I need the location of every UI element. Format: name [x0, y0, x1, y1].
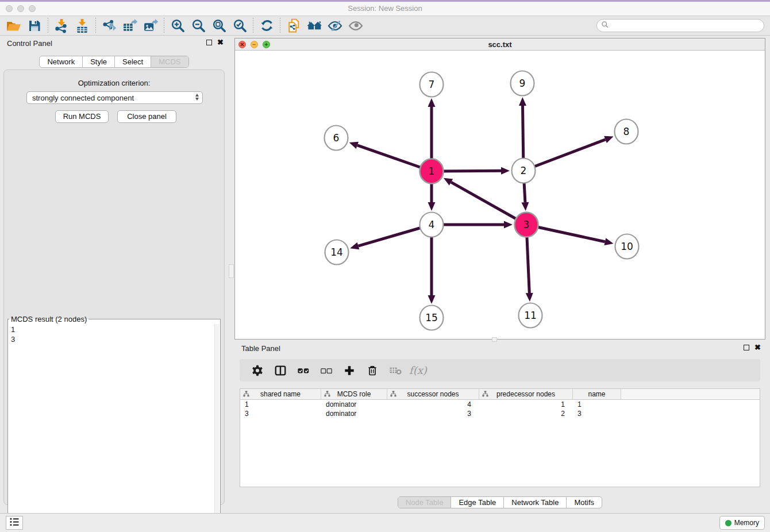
- cell[interactable]: 1: [573, 400, 621, 409]
- apply-layout-icon[interactable]: [256, 17, 277, 34]
- close-panel-button[interactable]: Close panel: [117, 110, 176, 123]
- memory-status-dot: [725, 520, 732, 526]
- cell[interactable]: dominator: [321, 409, 387, 418]
- run-mcds-button[interactable]: Run MCDS: [55, 110, 109, 123]
- import-table-icon[interactable]: [72, 17, 93, 34]
- table-panel-tabs: Node TableEdge TableNetwork TableMotifs: [234, 496, 765, 508]
- node-2[interactable]: 2: [512, 159, 536, 183]
- search-box[interactable]: [596, 19, 764, 32]
- node-11[interactable]: 11: [519, 303, 542, 328]
- export-network-icon[interactable]: [99, 17, 120, 34]
- cell[interactable]: 4: [387, 400, 479, 409]
- horizontal-splitter-grip[interactable]: [492, 337, 497, 342]
- eye-slash-icon[interactable]: [325, 17, 345, 34]
- close-table-panel-icon[interactable]: ✖: [754, 345, 761, 350]
- open-session-icon[interactable]: [3, 17, 24, 34]
- import-network-icon[interactable]: [51, 17, 72, 34]
- save-session-icon[interactable]: [24, 17, 45, 34]
- toolbar-separator: [48, 18, 48, 34]
- table-row[interactable]: 3dominator323: [240, 409, 760, 418]
- node-8[interactable]: 8: [615, 119, 638, 144]
- copy-network-icon[interactable]: [283, 17, 304, 34]
- node-9[interactable]: 9: [511, 71, 534, 96]
- svg-text:4: 4: [429, 219, 435, 230]
- delete-column-icon[interactable]: [361, 362, 383, 379]
- column-header-shared-name[interactable]: shared name: [240, 389, 321, 399]
- column-header-name[interactable]: name: [573, 389, 621, 399]
- cell[interactable]: 3: [387, 409, 479, 418]
- criterion-value: strongly connected component: [32, 94, 134, 102]
- edge-1-6[interactable]: [349, 142, 432, 171]
- node-4[interactable]: 4: [420, 213, 444, 237]
- edge-4-14[interactable]: [350, 225, 432, 249]
- float-table-panel-icon[interactable]: [744, 345, 749, 350]
- tab-node-table[interactable]: Node Table: [398, 497, 451, 508]
- zoom-in-icon[interactable]: [167, 17, 188, 34]
- column-header-successor-nodes[interactable]: successor nodes: [387, 389, 479, 399]
- vertical-splitter[interactable]: [228, 38, 234, 510]
- function-builder-icon: f(x): [407, 362, 429, 379]
- gear-icon[interactable]: [247, 362, 268, 379]
- node-14[interactable]: 14: [325, 240, 349, 265]
- node-7[interactable]: 7: [420, 72, 444, 97]
- eye-icon[interactable]: [345, 17, 366, 34]
- svg-text:15: 15: [425, 312, 438, 323]
- zoom-selected-icon[interactable]: [229, 17, 250, 34]
- svg-text:3: 3: [523, 219, 530, 230]
- node-3[interactable]: 3: [515, 213, 538, 237]
- mcds-panel: Optimization criterion: strongly connect…: [3, 70, 225, 505]
- zoom-fit-icon[interactable]: [209, 17, 229, 34]
- zoom-out-icon[interactable]: [188, 17, 209, 34]
- network-graph[interactable]: 7968124314101511: [235, 51, 765, 339]
- edge-3-10[interactable]: [526, 225, 614, 245]
- search-input[interactable]: [611, 21, 764, 31]
- cell[interactable]: 3: [573, 409, 621, 418]
- tab-select[interactable]: Select: [114, 56, 151, 67]
- node-6[interactable]: 6: [325, 126, 348, 151]
- result-scrollbar[interactable]: [214, 324, 220, 532]
- close-panel-icon[interactable]: ✖: [217, 40, 224, 45]
- mcds-result-title: MCDS result (2 nodes): [9, 315, 88, 323]
- float-panel-icon[interactable]: [206, 40, 212, 45]
- deselect-all-icon[interactable]: [315, 362, 337, 379]
- columns-icon[interactable]: [270, 362, 291, 379]
- tab-style[interactable]: Style: [82, 56, 114, 67]
- column-type-icon: [482, 391, 488, 399]
- optimization-criterion-label: Optimization criterion:: [4, 79, 224, 87]
- edge-2-8[interactable]: [523, 136, 614, 171]
- toolbar-separator: [253, 18, 253, 34]
- tab-network[interactable]: Network: [40, 56, 82, 67]
- add-column-icon[interactable]: [338, 362, 360, 379]
- tab-edge-table[interactable]: Edge Table: [451, 497, 503, 508]
- table-panel-title: Table Panel: [241, 344, 280, 353]
- mcds-result-list[interactable]: 1 3: [9, 323, 214, 531]
- svg-text:7: 7: [429, 79, 435, 90]
- cell[interactable]: 3: [240, 409, 321, 418]
- edge-3-1[interactable]: [444, 178, 526, 225]
- node-15[interactable]: 15: [420, 306, 444, 330]
- column-header-MCDS-role[interactable]: MCDS role: [321, 389, 387, 399]
- export-image-icon[interactable]: [140, 17, 161, 34]
- tab-network-table[interactable]: Network Table: [503, 497, 566, 508]
- cell[interactable]: 1: [479, 400, 573, 409]
- column-header-predecessor-nodes[interactable]: predecessor nodes: [479, 389, 573, 399]
- table-row[interactable]: 1dominator411: [240, 400, 760, 409]
- list-icon: [9, 516, 21, 530]
- select-all-icon[interactable]: [292, 362, 314, 379]
- control-panel-title: Control Panel: [7, 39, 52, 48]
- splitter-grip[interactable]: [229, 264, 234, 278]
- node-10[interactable]: 10: [615, 234, 639, 259]
- cell[interactable]: dominator: [321, 400, 387, 409]
- cell[interactable]: 1: [240, 400, 321, 409]
- criterion-select[interactable]: strongly connected component: [26, 91, 203, 104]
- cell[interactable]: 2: [479, 409, 573, 418]
- node-1[interactable]: 1: [420, 159, 444, 184]
- tab-mcds[interactable]: MCDS: [151, 56, 188, 67]
- houses-icon[interactable]: [304, 17, 325, 34]
- tab-motifs[interactable]: Motifs: [566, 497, 602, 508]
- export-table-icon[interactable]: [120, 17, 140, 34]
- memory-button[interactable]: Memory: [719, 516, 765, 530]
- control-panel: Control Panel ✖ NetworkStyleSelectMCDS O…: [0, 38, 228, 510]
- task-history-button[interactable]: [6, 516, 23, 530]
- network-window-titlebar[interactable]: ✕ − + scc.txt: [235, 38, 765, 51]
